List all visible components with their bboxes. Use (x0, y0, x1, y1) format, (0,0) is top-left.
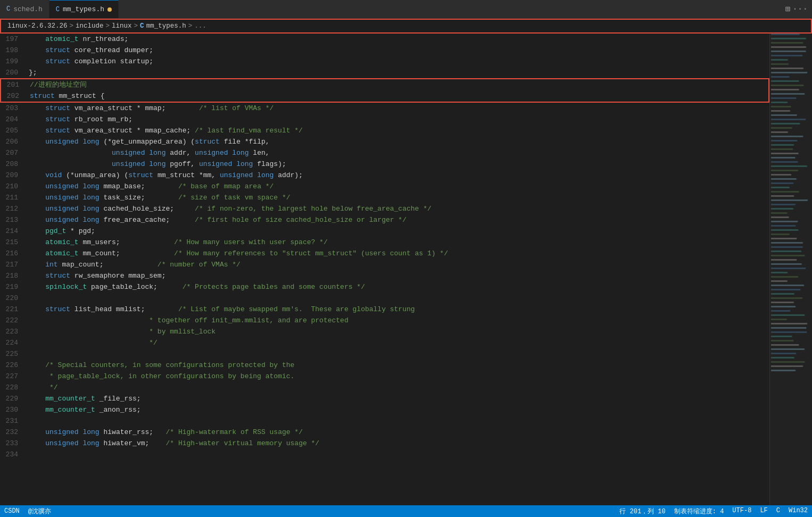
line-number-228: 228 (0, 382, 27, 393)
line-content-213: unsigned long free_area_cache; /* first … (27, 214, 769, 226)
tab-sched[interactable]: C sched.h (0, 0, 49, 18)
breadcrumb-linux2[interactable]: linux (112, 22, 132, 30)
breadcrumb-linux[interactable]: linux-2.6.32.26 (7, 22, 68, 30)
line-number-218: 218 (0, 270, 27, 281)
line-number-229: 229 (0, 393, 27, 404)
tab-label-sched: sched.h (13, 5, 43, 13)
code-line-201: 201//进程的地址空间 (0, 78, 769, 90)
code-container[interactable]: 197 atomic_t nr_threads;198 struct core_… (0, 34, 769, 505)
line-content-212: unsigned long cached_hole_size; /* if no… (27, 203, 769, 214)
line-number-212: 212 (0, 203, 27, 214)
line-number-230: 230 (0, 404, 27, 415)
line-number-214: 214 (0, 226, 27, 237)
code-line-219: 219 spinlock_t page_table_lock; /* Prote… (0, 281, 769, 293)
line-content-206: unsigned long (*get_unmapped_area) (stru… (27, 136, 769, 147)
line-content-221: struct list_head mmlist; /* List of mayb… (27, 304, 769, 315)
line-number-210: 210 (0, 181, 27, 192)
tab-label-mm: mm_types.h (63, 5, 104, 13)
status-language[interactable]: C (776, 507, 780, 516)
code-line-217: 217 int map_count; /* number of VMAs */ (0, 259, 769, 270)
code-line-224: 224 */ (0, 337, 769, 348)
line-number-233: 233 (0, 438, 27, 449)
status-tab-size[interactable]: 制表符缩进度: 4 (674, 507, 724, 516)
line-number-213: 213 (0, 214, 27, 226)
line-content-223: * by mmlist_lock (27, 326, 769, 337)
line-content-218: struct rw_semaphore mmap_sem; (27, 270, 769, 281)
line-content-230: mm_counter_t _anon_rss; (27, 404, 769, 415)
code-line-204: 204 struct rb_root mm_rb; (0, 114, 769, 125)
line-number-221: 221 (0, 304, 27, 315)
line-number-202: 202 (1, 90, 28, 102)
line-number-211: 211 (0, 192, 27, 203)
line-number-219: 219 (0, 281, 27, 293)
line-content-232: unsigned long hiwater_rss; /* High-water… (27, 427, 769, 438)
line-content-207: unsigned long addr, unsigned long len, (27, 147, 769, 159)
code-line-234: 234 (0, 449, 769, 460)
tab-bar-actions[interactable]: ⊞ ··· (785, 4, 812, 14)
code-line-225: 225 (0, 348, 769, 360)
editor-area: 197 atomic_t nr_threads;198 struct core_… (0, 34, 812, 505)
status-position[interactable]: 行 201，列 10 (619, 507, 665, 516)
line-content-211: unsigned long task_size; /* size of task… (27, 192, 769, 203)
status-user: @沈骥亦 (28, 507, 51, 516)
sep4: > (188, 22, 193, 30)
line-number-222: 222 (0, 315, 27, 326)
code-line-231: 231 (0, 415, 769, 427)
line-content-205: struct vm_area_struct * mmap_cache; /* l… (27, 125, 769, 136)
line-number-204: 204 (0, 114, 27, 125)
code-line-229: 229 mm_counter_t _file_rss; (0, 393, 769, 404)
code-line-227: 227 * page_table_lock, in other configur… (0, 371, 769, 382)
line-number-209: 209 (0, 170, 27, 181)
line-number-197: 197 (0, 34, 27, 45)
sep1: > (70, 22, 74, 30)
breadcrumb-include[interactable]: include (76, 22, 104, 30)
code-line-211: 211 unsigned long task_size; /* size of … (0, 192, 769, 203)
code-line-213: 213 unsigned long free_area_cache; /* fi… (0, 214, 769, 226)
line-content-233: unsigned long hiwater_vm; /* High-water … (27, 438, 769, 449)
line-content-219: spinlock_t page_table_lock; /* Protects … (27, 281, 769, 293)
breadcrumb: linux-2.6.32.26 > include > linux > C mm… (0, 19, 812, 34)
tab-bar: C sched.h C mm_types.h ⊞ ··· (0, 0, 812, 19)
status-encoding[interactable]: UTF-8 (732, 507, 751, 516)
line-content-204: struct rb_root mm_rb; (27, 114, 769, 125)
line-content-197: atomic_t nr_threads; (27, 34, 769, 45)
line-content-214: pgd_t * pgd; (27, 226, 769, 237)
line-content-210: unsigned long mmap_base; /* base of mmap… (27, 181, 769, 192)
breadcrumb-dots[interactable]: ... (194, 22, 206, 30)
line-content-201: //进程的地址空间 (28, 79, 768, 90)
line-number-224: 224 (0, 337, 27, 348)
code-line-221: 221 struct list_head mmlist; /* List of … (0, 304, 769, 315)
code-line-220: 220 (0, 293, 769, 304)
code-line-214: 214 pgd_t * pgd; (0, 226, 769, 237)
split-editor-icon[interactable]: ⊞ (785, 4, 791, 14)
code-line-210: 210 unsigned long mmap_base; /* base of … (0, 181, 769, 192)
line-content-229: mm_counter_t _file_rss; (27, 393, 769, 404)
line-number-232: 232 (0, 427, 27, 438)
breadcrumb-file[interactable]: mm_types.h (146, 22, 186, 30)
code-line-223: 223 * by mmlist_lock (0, 326, 769, 337)
status-site: CSDN (4, 507, 20, 515)
tab-modified-indicator (107, 7, 112, 12)
more-actions-icon[interactable]: ··· (792, 4, 808, 14)
code-line-206: 206 unsigned long (*get_unmapped_area) (… (0, 136, 769, 147)
code-line-222: 222 * together off init_mm.mmlist, and a… (0, 315, 769, 326)
line-number-200: 200 (0, 67, 27, 78)
line-content-199: struct completion startup; (27, 56, 769, 67)
line-content-217: int map_count; /* number of VMAs */ (27, 259, 769, 270)
code-line-203: 203 struct vm_area_struct * mmap; /* lis… (0, 103, 769, 114)
code-line-197: 197 atomic_t nr_threads; (0, 34, 769, 45)
status-platform[interactable]: Win32 (789, 507, 808, 516)
line-number-208: 208 (0, 159, 27, 170)
code-line-199: 199 struct completion startup; (0, 56, 769, 67)
code-line-228: 228 */ (0, 382, 769, 393)
line-number-203: 203 (0, 103, 27, 114)
line-content-208: unsigned long pgoff, unsigned long flags… (27, 159, 769, 170)
minimap (769, 34, 812, 505)
line-content-227: * page_table_lock, in other configuratio… (27, 371, 769, 382)
code-line-233: 233 unsigned long hiwater_vm; /* High-wa… (0, 438, 769, 449)
line-number-206: 206 (0, 136, 27, 147)
line-content-215: atomic_t mm_users; /* How many users wit… (27, 237, 769, 248)
status-line-ending[interactable]: LF (760, 507, 767, 516)
line-content-228: */ (27, 382, 769, 393)
tab-mm-types[interactable]: C mm_types.h (49, 0, 119, 18)
